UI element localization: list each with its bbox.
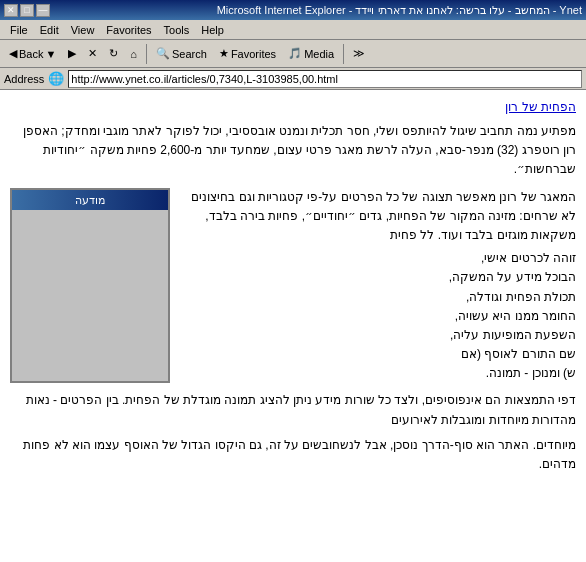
content-area: הפחית של רון מפתיע נמה תחביב שיגול להיות… bbox=[0, 90, 586, 562]
modal-title: מודעה bbox=[12, 190, 168, 211]
title-bar: Ynet - המחשב - עלו ברשה: לאחנו את דארתי … bbox=[0, 0, 586, 20]
back-icon: ◀ bbox=[9, 47, 17, 60]
menu-file[interactable]: File bbox=[4, 22, 34, 38]
separator-1 bbox=[146, 44, 147, 64]
menu-favorites[interactable]: Favorites bbox=[100, 22, 157, 38]
search-button[interactable]: 🔍 Search bbox=[151, 43, 212, 65]
favorites-button[interactable]: ★ Favorites bbox=[214, 43, 281, 65]
back-label: Back bbox=[19, 48, 43, 60]
back-dropdown-icon: ▼ bbox=[45, 48, 56, 60]
title-bar-text: Ynet - המחשב - עלו ברשה: לאחנו את דארתי … bbox=[217, 4, 582, 17]
modal-dialog: מודעה bbox=[10, 188, 170, 384]
refresh-button[interactable]: ↻ bbox=[104, 43, 123, 65]
media-label: Media bbox=[304, 48, 334, 60]
favorites-icon: ★ bbox=[219, 47, 229, 60]
menu-edit[interactable]: Edit bbox=[34, 22, 65, 38]
home-icon: ⌂ bbox=[130, 48, 137, 60]
paragraph3: דפי התמצאות הם אינפוסיפים, ולצד כל שורות… bbox=[10, 391, 576, 474]
forward-icon: ▶ bbox=[68, 47, 76, 60]
search-label: Search bbox=[172, 48, 207, 60]
media-icon: 🎵 bbox=[288, 47, 302, 60]
address-bar: Address 🌐 bbox=[0, 68, 586, 90]
stop-icon: ✕ bbox=[88, 47, 97, 60]
close-button[interactable]: ✕ bbox=[4, 4, 18, 17]
favorites-label: Favorites bbox=[231, 48, 276, 60]
paragraph1: מפתיע נמה תחביב שיגול להיותפס ושלי, חסר … bbox=[10, 122, 576, 180]
refresh-icon: ↻ bbox=[109, 47, 118, 60]
forward-button[interactable]: ▶ bbox=[63, 43, 81, 65]
separator-2 bbox=[343, 44, 344, 64]
menu-view[interactable]: View bbox=[65, 22, 101, 38]
menu-tools[interactable]: Tools bbox=[158, 22, 196, 38]
paragraph4: מיוחדים. האתר הוא סוף-הדרך נוסכן, אבל לנ… bbox=[10, 436, 576, 474]
home-button[interactable]: ⌂ bbox=[125, 43, 142, 65]
paragraph2: המאגר של רונן מאפשר תצוגה של כל הפרטים ע… bbox=[180, 188, 576, 246]
menu-help[interactable]: Help bbox=[195, 22, 230, 38]
more-icon: ≫ bbox=[353, 47, 365, 60]
globe-icon: 🌐 bbox=[48, 71, 64, 86]
maximize-button[interactable]: □ bbox=[20, 4, 34, 17]
toolbar: ◀ Back ▼ ▶ ✕ ↻ ⌂ 🔍 Search ★ Favorites 🎵 … bbox=[0, 40, 586, 68]
search-icon: 🔍 bbox=[156, 47, 170, 60]
content-row: המאגר של רונן מאפשר תצוגה של כל הפרטים ע… bbox=[10, 188, 576, 384]
title-bar-buttons: — □ ✕ bbox=[4, 4, 50, 17]
stop-button[interactable]: ✕ bbox=[83, 43, 102, 65]
menu-bar: File Edit View Favorites Tools Help bbox=[0, 20, 586, 40]
back-button[interactable]: ◀ Back ▼ bbox=[4, 43, 61, 65]
more-button[interactable]: ≫ bbox=[348, 43, 370, 65]
minimize-button[interactable]: — bbox=[36, 4, 50, 17]
top-link[interactable]: הפחית של רון bbox=[10, 98, 576, 116]
address-label: Address bbox=[4, 73, 44, 85]
media-button[interactable]: 🎵 Media bbox=[283, 43, 339, 65]
content-right: המאגר של רונן מאפשר תצוגה של כל הפרטים ע… bbox=[180, 188, 576, 384]
modal-body bbox=[12, 210, 168, 381]
list-text: זוהה לכרטים אישי, הבוכל מידע על המשקה, ת… bbox=[180, 249, 576, 383]
address-input[interactable] bbox=[68, 70, 582, 88]
